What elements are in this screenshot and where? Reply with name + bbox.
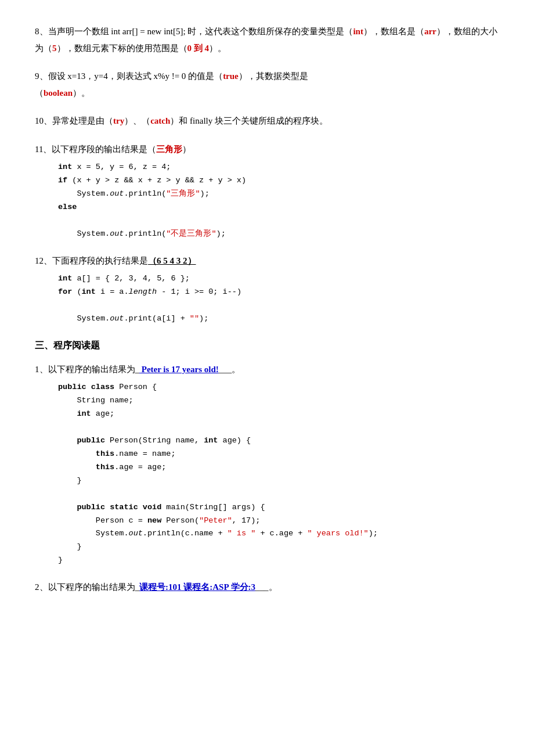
s3q2-text: 2、以下程序的输出结果为_课程号:101 课程名:ASP 学分:3___。 bbox=[35, 579, 499, 596]
q12-text: 12、下面程序段的执行结果是（6 5 4 3 2） bbox=[35, 253, 499, 269]
section-3-header: 三、程序阅读题 bbox=[35, 337, 499, 354]
s3q2-number: 2 bbox=[35, 582, 39, 592]
q12-number: 12 bbox=[35, 256, 44, 265]
s3q2-answer: 课程号:101 课程名:ASP 学分:3 bbox=[139, 582, 255, 592]
q9-number: 9 bbox=[35, 71, 39, 81]
q9-text: 9、假设 x=13，y=4，则表达式 x%y != 0 的值是（true），其数… bbox=[35, 68, 499, 101]
q9-answer2: boolean bbox=[44, 88, 73, 98]
q8-answer3: 5 bbox=[52, 44, 57, 53]
q11-answer: 三角形 bbox=[156, 145, 182, 154]
q8-number: 8 bbox=[35, 27, 39, 36]
q8-answer2: arr bbox=[424, 27, 436, 36]
section3-question-2: 2、以下程序的输出结果为_课程号:101 课程名:ASP 学分:3___。 bbox=[35, 579, 499, 596]
question-8: 8、当声明一个数组 int arr[] = new int[5]; 时，这代表这… bbox=[35, 23, 499, 56]
q11-code: int x = 5, y = 6, z = 4; if (x + y > z &… bbox=[58, 161, 499, 241]
q12-answer: （6 5 4 3 2） bbox=[148, 256, 196, 265]
q12-code: int a[] = { 2, 3, 4, 5, 6 }; for (int i … bbox=[58, 272, 499, 326]
question-12: 12、下面程序段的执行结果是（6 5 4 3 2） int a[] = { 2,… bbox=[35, 253, 499, 326]
s3q1-text: 1、以下程序的输出结果为_ Peter is 17 years old!___。 bbox=[35, 361, 499, 378]
q8-answer1: int bbox=[353, 27, 363, 36]
q8-text: 8、当声明一个数组 int arr[] = new int[5]; 时，这代表这… bbox=[35, 23, 499, 56]
q10-text: 10、异常处理是由（try）、（catch）和 finally 块三个关键所组成… bbox=[35, 113, 499, 129]
q10-answer2: catch bbox=[150, 116, 170, 125]
question-9: 9、假设 x=13，y=4，则表达式 x%y != 0 的值是（true），其数… bbox=[35, 68, 499, 101]
question-11: 11、以下程序段的输出结果是（三角形） int x = 5, y = 6, z … bbox=[35, 141, 499, 241]
q11-text: 11、以下程序段的输出结果是（三角形） bbox=[35, 141, 499, 158]
q10-number: 10 bbox=[35, 116, 44, 125]
q10-answer1: try bbox=[113, 116, 124, 125]
q8-answer4: 0 到 4 bbox=[187, 44, 210, 53]
s3q1-code: public class Person { String name; int a… bbox=[58, 381, 499, 567]
s3q1-number: 1 bbox=[35, 365, 39, 374]
question-10: 10、异常处理是由（try）、（catch）和 finally 块三个关键所组成… bbox=[35, 113, 499, 129]
section3-question-1: 1、以下程序的输出结果为_ Peter is 17 years old!___。… bbox=[35, 361, 499, 568]
q11-number: 11 bbox=[35, 145, 43, 154]
section-3: 三、程序阅读题 1、以下程序的输出结果为_ Peter is 17 years … bbox=[35, 337, 499, 596]
s3q1-answer: Peter is 17 years old! bbox=[139, 365, 219, 374]
q9-answer1: true bbox=[223, 71, 239, 81]
